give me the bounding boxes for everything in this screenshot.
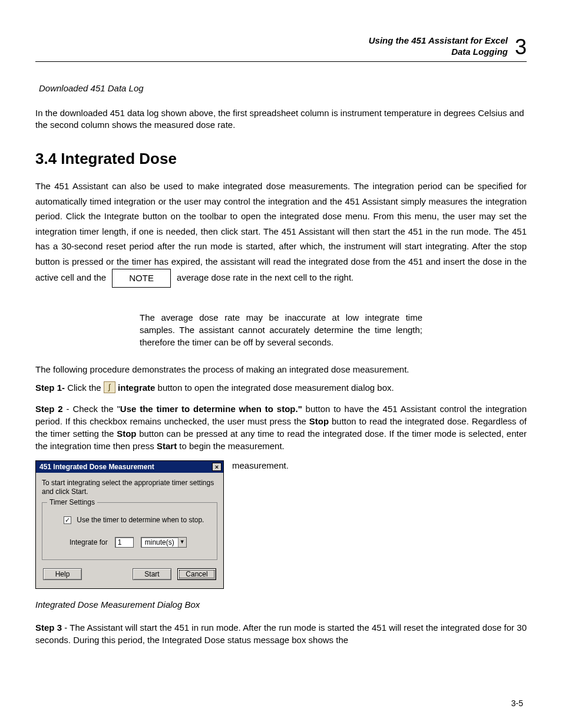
figure-caption-1: Downloaded 451 Data Log [39, 83, 527, 93]
step-2-e: to begin the measurement. [177, 441, 285, 451]
step-2-bold1: Use the timer to determine when to stop.… [120, 404, 302, 414]
chevron-down-icon[interactable]: ▼ [178, 538, 186, 547]
use-timer-label: Use the timer to determine when to stop. [77, 516, 204, 524]
step-3: Step 3 - The Assistant will start the 45… [35, 621, 527, 646]
unit-select[interactable]: minute(s) ▼ [141, 537, 187, 548]
integrate-duration-input[interactable]: 1 [115, 537, 134, 548]
main-para-a: The 451 Assistant can also be used to ma… [35, 181, 527, 282]
dialog-title-text: 451 Integrated Dose Measurement [39, 463, 154, 471]
dialog-button-row: Help Start Cancel [42, 568, 217, 581]
step-2-label: Step 2 [35, 404, 63, 414]
chapter-number: 3 [515, 37, 527, 58]
step-1: Step 1- Click the ∫ integrate button to … [35, 381, 527, 394]
step-1-post: button to open the integrated dose measu… [158, 383, 394, 393]
dialog-caption: Integrated Dose Measurement Dialog Box [35, 599, 527, 610]
step-1-pre: Click the [65, 383, 104, 393]
step-2-bold4: Start [157, 441, 177, 451]
note-body: The average dose rate may be inaccurate … [140, 311, 422, 348]
gap [171, 568, 177, 580]
integrated-dose-dialog: 451 Integrated Dose Measurement × To sta… [35, 460, 224, 589]
procedure-intro: The following procedure demonstrates the… [35, 364, 527, 375]
timer-settings-legend: Timer Settings [47, 498, 97, 506]
integrate-for-row: Integrate for 1 minute(s) ▼ [70, 537, 210, 548]
intro-paragraph: In the downloaded 451 data log shown abo… [35, 107, 527, 131]
step-1-bold: integrate [118, 383, 158, 393]
header-line-1: Using the 451 Assistant for Excel [369, 35, 508, 47]
step-2-a: - Check the " [63, 404, 120, 414]
dialog-body: To start integrating select the appropri… [36, 473, 223, 588]
cancel-button[interactable]: Cancel [177, 568, 216, 580]
integrate-icon: ∫ [104, 381, 115, 393]
main-paragraph: The 451 Assistant can also be used to ma… [35, 179, 527, 288]
page-header: Using the 451 Assistant for Excel Data L… [35, 35, 527, 62]
step-2: Step 2 - Check the "Use the timer to det… [35, 403, 527, 452]
dialog-instruction: To start integrating select the appropri… [42, 479, 217, 496]
step-2-bold2: Stop [309, 416, 329, 426]
dialog-titlebar[interactable]: 451 Integrated Dose Measurement × [36, 461, 223, 473]
spacer [82, 568, 133, 580]
section-heading: 3.4 Integrated Dose [35, 150, 527, 168]
help-button[interactable]: Help [43, 568, 82, 580]
use-timer-row: ✓ Use the timer to determine when to sto… [64, 516, 210, 524]
header-line-2: Data Logging [369, 47, 508, 58]
header-titles: Using the 451 Assistant for Excel Data L… [369, 35, 508, 58]
step-3-text: - The Assistant will start the 451 in ru… [35, 622, 527, 645]
wrap-text-right: measurement. [232, 460, 289, 470]
dialog-and-text: 451 Integrated Dose Measurement × To sta… [35, 460, 527, 589]
step-3-label: Step 3 [35, 622, 62, 633]
timer-settings-group: Timer Settings ✓ Use the timer to determ… [42, 502, 217, 560]
page-number: 3-5 [511, 699, 523, 708]
note-label-box: NOTE [112, 269, 171, 288]
integrate-for-label: Integrate for [70, 538, 108, 546]
start-button[interactable]: Start [133, 568, 171, 580]
page: Using the 451 Assistant for Excel Data L… [0, 0, 562, 728]
step-1-label: Step 1- [35, 383, 65, 393]
main-para-b: average dose rate in the next cell to th… [177, 272, 353, 282]
unit-select-value: minute(s) [141, 538, 178, 547]
step-2-bold3: Stop [117, 429, 136, 439]
close-icon[interactable]: × [212, 463, 222, 471]
use-timer-checkbox[interactable]: ✓ [64, 516, 71, 524]
